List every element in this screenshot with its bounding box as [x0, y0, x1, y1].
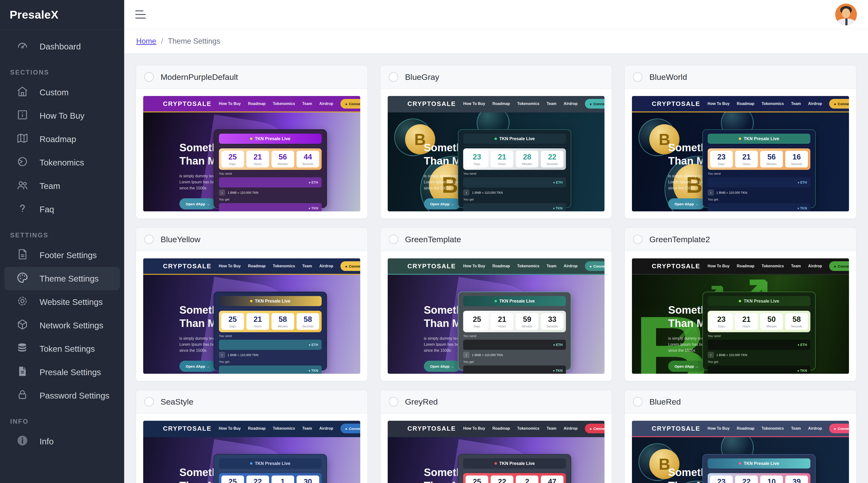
- divider: [463, 146, 566, 146]
- countdown-hours: 21 Hours: [735, 313, 758, 330]
- theme-name: BlueYellow: [161, 235, 200, 244]
- theme-name: BlueWorld: [649, 72, 687, 82]
- wallet-icon: [590, 264, 591, 268]
- sidebar-item-team[interactable]: Team: [4, 174, 120, 198]
- status-dot-icon: [739, 138, 741, 140]
- theme-card-header[interactable]: BlueRed: [625, 390, 856, 414]
- wallet-icon: [590, 102, 591, 106]
- countdown-seconds-value: 44: [297, 153, 319, 161]
- tkn-currency-label: TKN: [309, 206, 318, 210]
- theme-select-radio[interactable]: [389, 397, 398, 406]
- preview-presale-live-badge: TKN Presale Live: [463, 458, 566, 469]
- theme-card-header[interactable]: GreenTemplate2: [625, 228, 856, 251]
- countdown-days-value: 25: [222, 153, 244, 161]
- countdown-days: 25 Days: [466, 313, 488, 330]
- theme-select-radio[interactable]: [389, 72, 398, 82]
- theme-card-header[interactable]: BlueGray: [380, 65, 612, 89]
- countdown-days-label: Days: [711, 162, 732, 166]
- swap-icon: [219, 352, 225, 358]
- theme-select-radio[interactable]: [633, 397, 643, 406]
- preview-connect-wallet-button: Connect Wallet: [829, 99, 849, 109]
- countdown-hours-value: 21: [736, 153, 757, 161]
- sidebar-item-tokenomics[interactable]: Tokenomics: [4, 151, 120, 174]
- sidebar-item-presale-settings[interactable]: Presale Settings: [4, 360, 120, 384]
- preview-countdown: 25 Days 21 Hours 58 Minutes: [219, 311, 322, 332]
- preview-nav-link: Team: [547, 264, 557, 268]
- sidebar-item-dashboard[interactable]: Dashboard: [4, 35, 120, 58]
- preview-nav-underline: [388, 112, 605, 113]
- theme-card-header[interactable]: GreyRed: [380, 390, 612, 414]
- rate-label: 1 BNB = 110,000 TKN: [716, 353, 747, 357]
- sidebar-item-network-settings[interactable]: Network Settings: [4, 314, 120, 337]
- theme-select-radio[interactable]: [144, 397, 154, 406]
- tkn-currency-label: TKN: [553, 369, 563, 372]
- user-avatar[interactable]: [835, 4, 857, 25]
- rate-row: 1 BNB = 110,000 TKN: [219, 352, 322, 358]
- breadcrumb: Home / Theme Settings: [124, 29, 868, 54]
- theme-card-header[interactable]: BlueYellow: [136, 228, 368, 251]
- avatar-face: [842, 8, 850, 18]
- preview-connect-wallet-button: Connect Wallet: [585, 424, 605, 433]
- cube-icon: [16, 318, 29, 333]
- sidebar-item-faq[interactable]: Faq: [4, 198, 120, 221]
- theme-card-body: CRYPTOSALE How To Buy Roadmap Tokenomics…: [380, 89, 612, 219]
- countdown-days-value: 25: [222, 315, 244, 324]
- you-send-label: You send: [463, 334, 566, 338]
- theme-card-header[interactable]: GreenTemplate: [380, 228, 612, 251]
- countdown-hours: 21 Hours: [246, 151, 269, 168]
- tkn-currency-label: TKN: [553, 206, 563, 210]
- countdown-hours: 22 Hours: [246, 476, 269, 483]
- sidebar-item-theme-settings[interactable]: Theme Settings: [4, 267, 120, 290]
- countdown-hours: 21 Hours: [491, 151, 513, 168]
- wallet-icon: [834, 264, 836, 268]
- preview-nav-underline: [143, 436, 360, 437]
- countdown-days-value: 25: [466, 478, 488, 483]
- countdown-seconds-value: 30: [297, 478, 319, 483]
- countdown-minutes-value: 59: [516, 315, 538, 324]
- sidebar-item-custom[interactable]: Custom: [4, 81, 120, 104]
- you-send-label: You send: [463, 172, 566, 175]
- sidebar-item-website-settings[interactable]: Website Settings: [4, 290, 120, 314]
- theme-card-body: CRYPTOSALE How To Buy Roadmap Tokenomics…: [625, 89, 856, 219]
- sidebar-item-password-settings[interactable]: Password Settings: [4, 384, 120, 407]
- preview-hero: B ↗ ↗ ↗ B B Something Better Than Meme C…: [388, 275, 605, 374]
- theme-select-radio[interactable]: [144, 72, 154, 82]
- status-dot-icon: [250, 300, 252, 302]
- theme-card-header[interactable]: ModernPurpleDefault: [136, 65, 368, 89]
- preview-navbar: CRYPTOSALE How To Buy Roadmap Tokenomics…: [143, 96, 360, 112]
- you-get-label: You get: [219, 198, 322, 201]
- theme-select-radio[interactable]: [633, 235, 643, 244]
- preview-nav-link: How To Buy: [463, 426, 485, 431]
- theme-card-header[interactable]: BlueWorld: [625, 65, 856, 89]
- preview-connect-wallet-button: Connect Wallet: [340, 424, 360, 433]
- info-circle-icon: [16, 434, 29, 449]
- status-dot-icon: [495, 138, 497, 140]
- theme-select-radio[interactable]: [633, 72, 643, 82]
- status-dot-icon: [495, 300, 497, 302]
- preview-hero: B ↗ ↗ ↗ B B Something Better Than Meme C…: [143, 437, 360, 483]
- preview-nav-link: Roadmap: [248, 264, 266, 268]
- sidebar-item-roadmap[interactable]: Roadmap: [4, 127, 120, 151]
- countdown-days-value: 23: [466, 153, 488, 161]
- countdown-days: 23 Days: [710, 313, 733, 330]
- breadcrumb-home-link[interactable]: Home: [136, 37, 156, 46]
- you-get-input: TKN: [463, 203, 566, 211]
- preview-nav-link: Airdrop: [808, 264, 822, 268]
- rate-row: 1 BNB = 110,000 TKN: [463, 352, 566, 358]
- divider: [219, 471, 322, 471]
- preview-connect-wallet-label: Connect Wallet: [838, 102, 849, 106]
- sidebar-item-label: Dashboard: [39, 42, 81, 51]
- sidebar-item-how-to-buy[interactable]: How To Buy: [4, 104, 120, 127]
- sidebar-item-info[interactable]: Info: [4, 430, 120, 453]
- lock-icon: [16, 388, 29, 403]
- hamburger-menu-icon[interactable]: [135, 10, 146, 19]
- theme-select-radio[interactable]: [144, 235, 154, 244]
- sidebar-item-footer-settings[interactable]: Footer Settings: [4, 243, 120, 267]
- preview-nav-link: Roadmap: [248, 426, 266, 431]
- sidebar-item-token-settings[interactable]: Token Settings: [4, 337, 120, 360]
- preview-presale-live-badge: TKN Presale Live: [463, 134, 566, 144]
- theme-select-radio[interactable]: [389, 235, 398, 244]
- theme-card-header[interactable]: SeaStyle: [136, 390, 368, 414]
- preview-presale-live-badge: TKN Presale Live: [708, 296, 810, 306]
- countdown-seconds-value: 47: [541, 478, 563, 483]
